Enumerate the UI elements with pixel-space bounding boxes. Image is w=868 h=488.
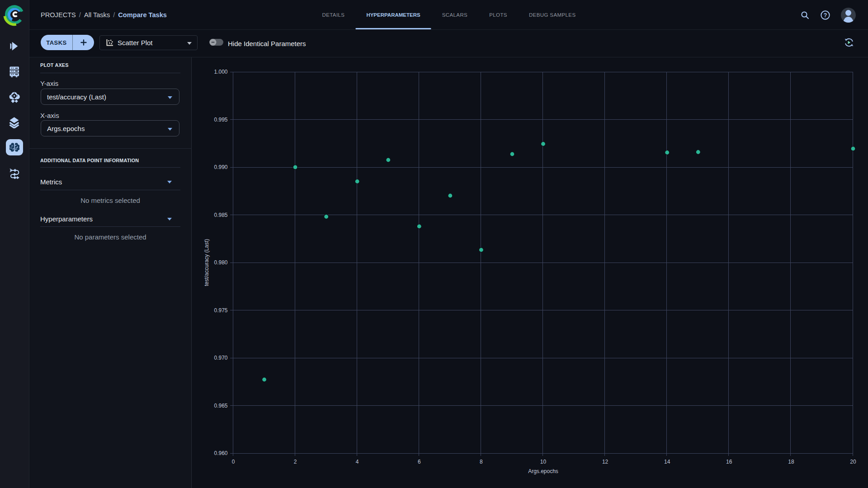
svg-text:?: ? [824,12,827,19]
svg-text:18: 18 [788,459,794,465]
svg-text:0.995: 0.995 [214,117,227,123]
svg-text:0: 0 [232,459,235,465]
svg-text:0.975: 0.975 [214,307,227,314]
svg-text:0.960: 0.960 [214,450,227,456]
svg-text:8: 8 [480,459,483,465]
svg-text:20: 20 [850,459,856,465]
svg-text:2: 2 [294,459,297,465]
svg-text:0.970: 0.970 [214,355,227,361]
svg-text:14: 14 [664,459,670,465]
svg-text:0.965: 0.965 [214,403,227,409]
svg-text:test/accuracy (Last): test/accuracy (Last) [203,239,210,286]
svg-text:Args.epochs: Args.epochs [528,468,558,474]
svg-text:1.000: 1.000 [214,69,227,75]
svg-text:16: 16 [726,459,732,465]
svg-text:10: 10 [540,459,547,465]
svg-text:6: 6 [418,459,421,465]
svg-text:12: 12 [602,459,609,465]
svg-text:0.985: 0.985 [214,212,227,218]
svg-text:4: 4 [356,459,359,465]
svg-text:0.980: 0.980 [214,259,227,266]
svg-text:0.990: 0.990 [214,164,227,170]
